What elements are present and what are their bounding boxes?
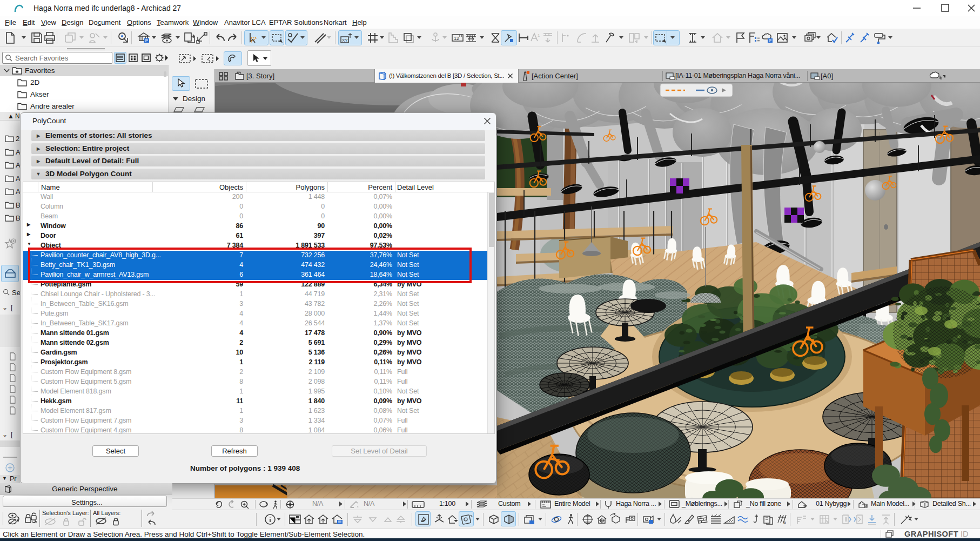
svg-text:12: 12 (454, 36, 459, 41)
svg-text:1: 1 (538, 33, 540, 38)
svg-text:a: a (783, 520, 786, 525)
svg-text:XY:: XY: (342, 38, 348, 43)
